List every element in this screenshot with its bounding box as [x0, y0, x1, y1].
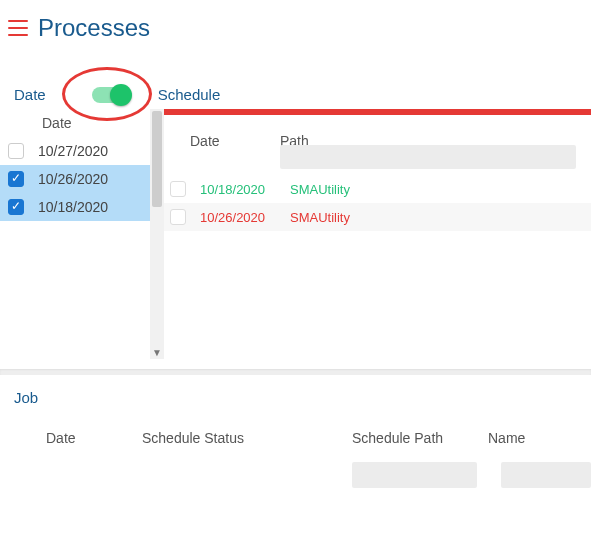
name-filter-input[interactable] [501, 462, 591, 488]
job-header-path[interactable]: Schedule Path [352, 430, 488, 446]
job-header-name[interactable]: Name [488, 430, 568, 446]
page-title: Processes [38, 14, 150, 42]
date-value: 10/18/2020 [38, 199, 108, 215]
mode-date-label: Date [14, 86, 46, 103]
job-header-date[interactable]: Date [46, 430, 142, 446]
row-date: 10/18/2020 [200, 182, 290, 197]
scroll-thumb[interactable] [152, 111, 162, 207]
date-checkbox[interactable] [8, 199, 24, 215]
job-header-status[interactable]: Schedule Status [142, 430, 352, 446]
job-section-title: Job [14, 389, 591, 406]
date-row[interactable]: 10/26/2020 [0, 165, 150, 193]
scroll-down-icon[interactable]: ▼ [150, 345, 164, 359]
grid-row[interactable]: 10/18/2020 SMAUtility [164, 175, 591, 203]
mode-schedule-label: Schedule [158, 86, 221, 103]
grid-header-date[interactable]: Date [190, 133, 280, 149]
date-schedule-toggle[interactable] [92, 87, 130, 103]
date-row[interactable]: 10/18/2020 [0, 193, 150, 221]
date-checkbox[interactable] [8, 143, 24, 159]
row-path: SMAUtility [290, 210, 350, 225]
path-filter-input[interactable] [280, 145, 576, 169]
menu-icon[interactable] [8, 20, 28, 36]
date-value: 10/26/2020 [38, 171, 108, 187]
scrollbar[interactable]: ▲ ▼ [150, 109, 164, 359]
date-row[interactable]: 10/27/2020 [0, 137, 150, 165]
date-checkbox[interactable] [8, 171, 24, 187]
row-date: 10/26/2020 [200, 210, 290, 225]
schedule-path-filter-input[interactable] [352, 462, 477, 488]
left-date-header: Date [0, 109, 150, 137]
row-path: SMAUtility [290, 182, 350, 197]
row-checkbox[interactable] [170, 181, 186, 197]
row-checkbox[interactable] [170, 209, 186, 225]
date-value: 10/27/2020 [38, 143, 108, 159]
grid-row[interactable]: 10/26/2020 SMAUtility [164, 203, 591, 231]
toggle-knob [110, 84, 132, 106]
date-list: 10/27/2020 10/26/2020 10/18/2020 [0, 137, 150, 221]
